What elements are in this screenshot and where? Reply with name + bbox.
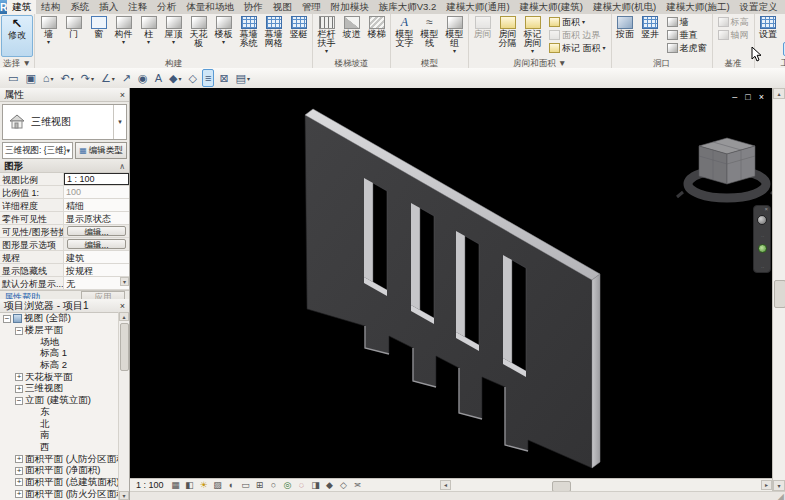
undo-icon[interactable]: ↶ ▾ <box>58 70 75 86</box>
scroll-down-icon[interactable]: ▾ <box>773 480 785 491</box>
ribbon-tab[interactable]: 附加模块 <box>326 0 374 14</box>
ribbon-tab[interactable]: 插入 <box>94 0 123 14</box>
tree-item[interactable]: + 天花板平面 <box>0 371 119 383</box>
property-value[interactable]: 建筑 <box>64 251 129 263</box>
ribbon-button[interactable]: 天花板 ▾ <box>186 15 211 49</box>
detail-level-icon[interactable]: ▦ <box>170 480 182 491</box>
collapse-icon[interactable]: ∧ <box>119 162 125 171</box>
ribbon-button[interactable]: 竖梃 ▾ <box>286 15 311 40</box>
aligned-dimension-icon[interactable]: ↗ ▾ <box>120 70 133 86</box>
tree-item[interactable]: 场地 <box>0 336 119 348</box>
ribbon-tab[interactable]: 协作 <box>239 0 268 14</box>
ribbon-tab[interactable]: 族库大师V3.2 <box>374 0 442 14</box>
close-icon[interactable]: × <box>120 90 125 100</box>
tag-by-category-icon[interactable]: ◉ ▾ <box>136 70 150 86</box>
scrollbar-thumb[interactable] <box>774 280 785 308</box>
modify-button[interactable]: 修改 ▾ <box>1 15 33 57</box>
ribbon-button[interactable]: 房间 分隔 ▾ <box>495 15 520 49</box>
save-icon[interactable]: ▣ ▾ <box>23 70 37 86</box>
tree-item[interactable]: + 面积平面 (总建筑面积) <box>0 477 119 489</box>
ribbon-tab[interactable]: 分析 <box>152 0 181 14</box>
scroll-up-icon[interactable]: ▴ <box>119 312 129 321</box>
tree-item[interactable]: + 面积平面 (防火分区面积) <box>0 488 119 500</box>
tree-item[interactable]: − 视图 (全部) <box>0 313 119 325</box>
analytical-model-icon[interactable]: ◆ <box>324 480 336 491</box>
ribbon-tab[interactable]: 体量和场地 <box>181 0 239 14</box>
ribbon-button[interactable]: 栏杆扶手 ▾ <box>314 15 339 54</box>
ribbon-button[interactable]: 柱 ▾ <box>136 15 161 45</box>
ribbon-small-button[interactable]: 垂直 ▾ <box>665 29 709 41</box>
scroll-down-icon[interactable]: ▾ <box>120 277 129 286</box>
ribbon-tab[interactable]: 系统 <box>65 0 94 14</box>
ribbon-tab[interactable]: 建模大师(建筑) <box>515 0 588 14</box>
measure-icon[interactable]: ∠ ▾ <box>99 70 117 86</box>
tree-expander-icon[interactable]: + <box>15 455 23 463</box>
wall-front-face[interactable] <box>305 115 592 468</box>
ribbon-small-button[interactable]: 标记 面积 ▾ <box>547 42 608 54</box>
ribbon-small-button[interactable]: 面积 边界 ▾ <box>547 29 608 41</box>
window-opening[interactable] <box>465 236 479 345</box>
viewcube[interactable] <box>677 138 772 198</box>
reveal-constraints-icon[interactable]: ≍ <box>352 480 364 491</box>
tree-item[interactable]: 南 <box>0 430 119 442</box>
close-hidden-windows-icon[interactable]: ⊠ ▾ <box>217 70 230 86</box>
application-menu-button[interactable]: R <box>0 0 7 14</box>
ribbon-tab[interactable]: 建筑 <box>7 0 36 14</box>
instance-selector[interactable]: 三维视图: {三维} ▾ <box>2 142 73 159</box>
ribbon-button[interactable]: 房间 ▾ <box>470 15 495 40</box>
view-scale-button[interactable]: 1 : 100 <box>136 480 164 490</box>
visual-style-icon[interactable]: ◧ <box>184 480 196 491</box>
tree-item[interactable]: + 三维视图 <box>0 383 119 395</box>
scrollbar-thumb[interactable] <box>120 323 129 371</box>
tree-item[interactable]: − 楼层平面 <box>0 325 119 337</box>
close-icon[interactable]: × <box>764 206 768 212</box>
ribbon-button[interactable]: 模型 文字 ▾ <box>392 15 417 49</box>
restore-view-button[interactable]: □ <box>745 93 750 102</box>
rendering-dialog-icon[interactable]: ◐ <box>226 480 238 491</box>
sync-icon[interactable]: ⌂ ▾ <box>41 70 56 86</box>
properties-section-graphics[interactable]: 图形 ∧ <box>0 160 129 173</box>
ribbon-button[interactable]: 幕墙 网格 ▾ <box>261 15 286 49</box>
scroll-left-icon[interactable]: ◂ <box>440 480 451 490</box>
tree-expander-icon[interactable]: + <box>15 478 23 486</box>
horizontal-scrollbar[interactable]: ◂ ▸ <box>440 478 772 491</box>
window-opening[interactable] <box>420 208 434 318</box>
ribbon-button[interactable]: 构件 ▾ <box>111 15 136 45</box>
type-selector[interactable]: 三维视图 ▾ <box>2 104 127 140</box>
ribbon-button[interactable]: 幕墙 系统 ▾ <box>236 15 261 49</box>
shadows-icon[interactable]: ▨ <box>212 480 224 491</box>
property-value[interactable]: 精细 <box>64 199 129 211</box>
tree-item[interactable]: + 面积平面 (人防分区面积) <box>0 453 119 465</box>
ribbon-button[interactable]: 模型 组 ▾ <box>442 15 467 54</box>
default-3d-view-icon[interactable]: ◆ ▾ <box>167 70 183 86</box>
scroll-down-icon[interactable]: ▾ <box>119 491 129 500</box>
ribbon-button[interactable]: 楼板 ▾ <box>211 15 236 45</box>
zoom-icon[interactable] <box>758 244 767 253</box>
scroll-right-icon[interactable]: ▸ <box>761 480 772 490</box>
tree-expander-icon[interactable]: − <box>15 327 23 335</box>
ribbon-small-button[interactable]: 墙 ▾ <box>665 16 709 28</box>
displacement-sets-icon[interactable]: ◇ <box>338 480 350 491</box>
drawing-area[interactable]: – □ × × ‥ ‥ <box>130 88 772 478</box>
ribbon-button[interactable]: 设置 <box>756 15 781 40</box>
tree-item[interactable]: 北 <box>0 418 119 430</box>
tree-expander-icon[interactable]: + <box>15 490 23 498</box>
ribbon-tab[interactable]: 结构 <box>36 0 65 14</box>
thin-lines-icon[interactable]: ≡ ▾ <box>202 69 214 87</box>
tree-expander-icon[interactable]: + <box>15 385 23 393</box>
ribbon-button[interactable]: 竖井 ▾ <box>638 15 663 40</box>
show-crop-region-icon[interactable]: ⊞ <box>254 480 266 491</box>
ribbon-small-button[interactable]: 面积 ▾ <box>547 16 608 28</box>
ribbon-tab[interactable]: 建模大师(施工) <box>661 0 734 14</box>
ribbon-tab[interactable]: 设置定义 <box>735 0 783 14</box>
ribbon-small-button[interactable]: 标高 <box>716 16 751 28</box>
tree-item[interactable]: + 面积平面 (净面积) <box>0 465 119 477</box>
ribbon-tab[interactable]: 注释 <box>123 0 152 14</box>
ribbon-tab[interactable]: 视图 <box>268 0 297 14</box>
resize-grip-icon[interactable]: ◢ <box>778 493 784 500</box>
ribbon-tab[interactable]: 建模大师(机电) <box>588 0 661 14</box>
ribbon-button[interactable]: 坡道 ▾ <box>339 15 364 40</box>
ribbon-small-button[interactable]: 轴网 <box>716 29 751 41</box>
open-icon[interactable]: ▭ ▾ <box>6 70 20 86</box>
ribbon-button[interactable]: 楼梯 ▾ <box>364 15 389 40</box>
